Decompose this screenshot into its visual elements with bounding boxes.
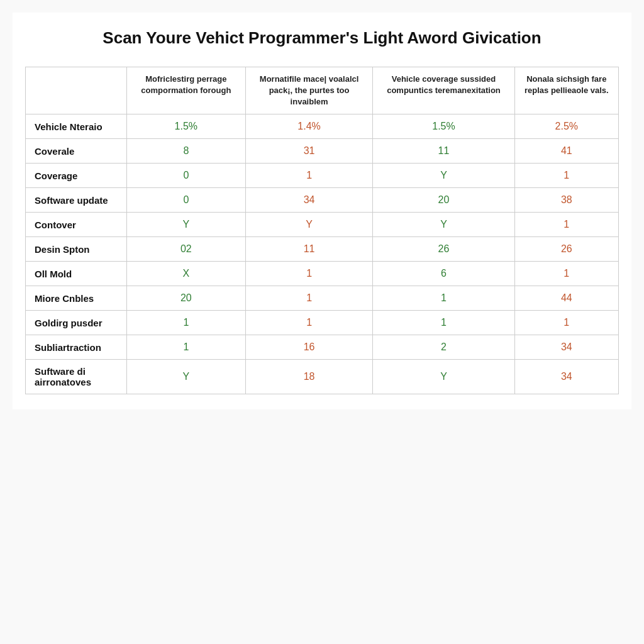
- cell-3-2: 20: [373, 188, 514, 213]
- row-label-10: Suftware di airronatoves: [26, 360, 127, 394]
- cell-6-3: 1: [514, 262, 618, 286]
- table-row: Software update0342038: [26, 188, 619, 213]
- table-row: Oll MoldX161: [26, 262, 619, 286]
- cell-9-2: 2: [373, 335, 514, 360]
- table-row: Subliartraction116234: [26, 335, 619, 360]
- data-table: Mofriclestirg perrage compormation forou…: [25, 67, 619, 395]
- cell-9-3: 34: [514, 335, 618, 360]
- cell-7-1: 1: [245, 286, 372, 311]
- cell-0-1: 1.4%: [245, 114, 372, 139]
- cell-0-3: 2.5%: [514, 114, 618, 139]
- cell-1-1: 31: [245, 139, 372, 164]
- cell-3-0: 0: [126, 188, 245, 213]
- table-row: Desin Spton02112626: [26, 237, 619, 262]
- row-label-6: Oll Mold: [26, 262, 127, 286]
- cell-4-3: 1: [514, 213, 618, 237]
- cell-10-2: Y: [373, 360, 514, 394]
- cell-0-2: 1.5%: [373, 114, 514, 139]
- table-row: Goldirg pusder1111: [26, 311, 619, 335]
- cell-3-1: 34: [245, 188, 372, 213]
- cell-5-0: 02: [126, 237, 245, 262]
- cell-1-2: 11: [373, 139, 514, 164]
- cell-5-1: 11: [245, 237, 372, 262]
- row-label-0: Vehicle Nteraio: [26, 114, 127, 139]
- page-container: Scan Youre Vehict Programmer's Light Awo…: [13, 13, 631, 409]
- cell-10-3: 34: [514, 360, 618, 394]
- cell-2-3: 1: [514, 164, 618, 188]
- header-col-2: Mornatifile mace| voalalcl pack¡, the pu…: [245, 67, 372, 114]
- table-row: Vehicle Nteraio1.5%1.4%1.5%2.5%: [26, 114, 619, 139]
- header-col-1: Mofriclestirg perrage compormation forou…: [126, 67, 245, 114]
- cell-6-2: 6: [373, 262, 514, 286]
- cell-2-2: Y: [373, 164, 514, 188]
- cell-5-3: 26: [514, 237, 618, 262]
- cell-9-1: 16: [245, 335, 372, 360]
- cell-10-0: Y: [126, 360, 245, 394]
- table-row: Suftware di airronatovesY18Y34: [26, 360, 619, 394]
- cell-8-1: 1: [245, 311, 372, 335]
- cell-7-3: 44: [514, 286, 618, 311]
- table-row: ContoverYYY1: [26, 213, 619, 237]
- row-label-4: Contover: [26, 213, 127, 237]
- cell-4-0: Y: [126, 213, 245, 237]
- row-label-8: Goldirg pusder: [26, 311, 127, 335]
- header-col-3: Vehicle coverage sussided compuntics ter…: [373, 67, 514, 114]
- header-empty: [26, 67, 127, 114]
- cell-6-1: 1: [245, 262, 372, 286]
- row-label-9: Subliartraction: [26, 335, 127, 360]
- cell-4-1: Y: [245, 213, 372, 237]
- cell-9-0: 1: [126, 335, 245, 360]
- table-row: Coverage01Y1: [26, 164, 619, 188]
- cell-7-2: 1: [373, 286, 514, 311]
- cell-0-0: 1.5%: [126, 114, 245, 139]
- cell-8-3: 1: [514, 311, 618, 335]
- cell-10-1: 18: [245, 360, 372, 394]
- row-label-5: Desin Spton: [26, 237, 127, 262]
- cell-1-0: 8: [126, 139, 245, 164]
- cell-3-3: 38: [514, 188, 618, 213]
- cell-2-1: 1: [245, 164, 372, 188]
- cell-1-3: 41: [514, 139, 618, 164]
- row-label-2: Coverage: [26, 164, 127, 188]
- header-col-4: Nonala sichsigh fare replas pellieaole v…: [514, 67, 618, 114]
- cell-6-0: X: [126, 262, 245, 286]
- cell-4-2: Y: [373, 213, 514, 237]
- cell-2-0: 0: [126, 164, 245, 188]
- cell-7-0: 20: [126, 286, 245, 311]
- table-row: Coverale8311141: [26, 139, 619, 164]
- row-label-7: Miore Cnbles: [26, 286, 127, 311]
- page-title: Scan Youre Vehict Programmer's Light Awo…: [25, 28, 619, 49]
- cell-5-2: 26: [373, 237, 514, 262]
- table-row: Miore Cnbles201144: [26, 286, 619, 311]
- cell-8-2: 1: [373, 311, 514, 335]
- row-label-1: Coverale: [26, 139, 127, 164]
- cell-8-0: 1: [126, 311, 245, 335]
- row-label-3: Software update: [26, 188, 127, 213]
